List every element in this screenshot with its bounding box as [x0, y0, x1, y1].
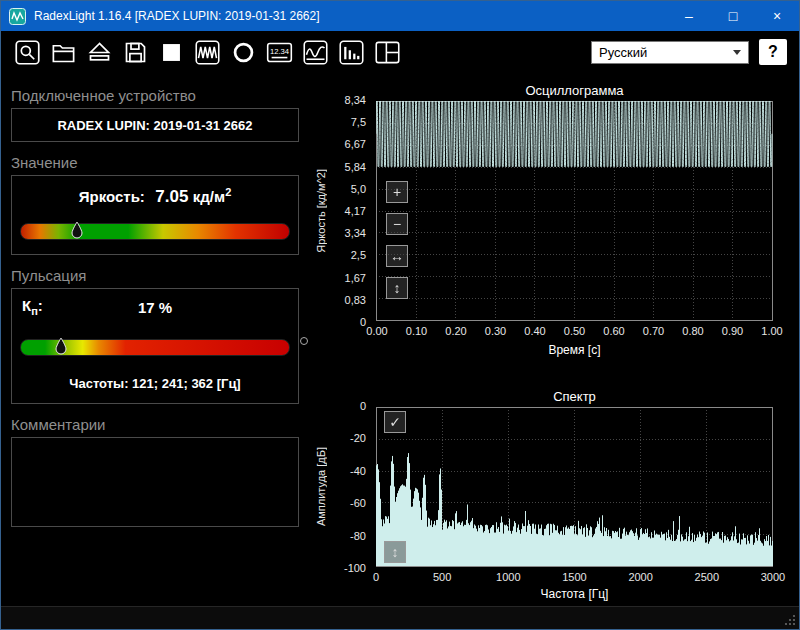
stop-measurement-button[interactable] — [155, 36, 187, 68]
tick-label: 0.60 — [600, 325, 628, 337]
oscillogram-xticks: 0.000.100.200.300.400.500.600.700.800.90… — [363, 325, 786, 337]
splitter-handle-vertical[interactable] — [300, 337, 308, 345]
brightness-value: 7.05 — [155, 187, 188, 206]
open-file-button[interactable] — [47, 36, 79, 68]
language-select[interactable]: Русский — [591, 41, 749, 64]
oscillogram-view-button[interactable] — [299, 36, 331, 68]
spectrum-view-button[interactable] — [335, 36, 367, 68]
tick-label: 0.30 — [482, 325, 510, 337]
tick-label: 2,5 — [351, 249, 366, 261]
device-name-box: RADEX LUPIN: 2019-01-31 2662 — [11, 108, 299, 142]
close-button[interactable]: × — [755, 1, 799, 31]
tick-label: -40 — [350, 465, 366, 477]
window-title: RadexLight 1.16.4 [RADEX LUPIN: 2019-01-… — [34, 9, 667, 23]
layout-view-button[interactable] — [371, 36, 403, 68]
bar-chart-icon — [338, 39, 365, 66]
frequencies-text: Частоты: 121; 241; 362 [Гц] — [12, 376, 298, 391]
chevron-down-icon — [733, 50, 741, 55]
fit-horizontal-button[interactable]: ↔ — [386, 245, 408, 267]
toolbar: 12.34 Русский ? — [1, 31, 799, 73]
smooth-wave-icon — [302, 39, 329, 66]
app-icon — [9, 7, 27, 25]
oscillogram-plot: + − ↔ ↕ — [376, 101, 773, 321]
minimize-button[interactable]: – — [667, 1, 711, 31]
brightness-reading: Яркость: 7.05 кд/м2 — [12, 186, 298, 207]
kp-scale-bar — [20, 339, 290, 356]
titlebar: RadexLight 1.16.4 [RADEX LUPIN: 2019-01-… — [1, 1, 799, 31]
tick-label: 0.50 — [561, 325, 589, 337]
panels-layout-icon — [374, 39, 401, 66]
tick-label: 0.80 — [679, 325, 707, 337]
tick-label: 500 — [422, 571, 462, 583]
dense-waveform-icon — [194, 39, 221, 66]
eject-device-button[interactable] — [83, 36, 115, 68]
auto-scale-button[interactable]: ✓ — [384, 411, 406, 433]
spectrum-title: Спектр — [376, 389, 773, 404]
tick-label: 6,67 — [345, 138, 366, 150]
language-value: Русский — [599, 45, 647, 60]
fit-vertical-button-spectrum[interactable]: ↕ — [384, 541, 406, 563]
eject-icon — [86, 39, 113, 66]
tick-label: 3,34 — [345, 227, 366, 239]
fit-vertical-button[interactable]: ↕ — [386, 277, 408, 299]
tick-label: 5,0 — [351, 183, 366, 195]
spectrum-xticks: 050010001500200025003000 — [356, 571, 793, 583]
brightness-marker-icon — [71, 222, 83, 240]
maximize-icon: □ — [729, 8, 737, 24]
tick-label: 0.90 — [719, 325, 747, 337]
tick-label: 0,83 — [345, 294, 366, 306]
digital-display-button[interactable]: 12.34 — [263, 36, 295, 68]
zoom-in-button[interactable]: + — [386, 181, 408, 203]
digits-icon-text: 12.34 — [269, 47, 289, 56]
record-waveform-button[interactable] — [191, 36, 223, 68]
tick-label: 0.00 — [363, 325, 391, 337]
pulsation-section-header: Пульсация — [11, 267, 299, 284]
maximize-button[interactable]: □ — [711, 1, 755, 31]
device-name: RADEX LUPIN: 2019-01-31 2662 — [57, 118, 252, 133]
tick-label: 0.40 — [521, 325, 549, 337]
device-section-header: Подключенное устройство — [11, 87, 299, 104]
folder-open-icon — [50, 39, 77, 66]
measure-ring-button[interactable] — [227, 36, 259, 68]
zoom-tool-button[interactable] — [11, 36, 43, 68]
tick-label: 5,84 — [345, 161, 366, 173]
save-button[interactable] — [119, 36, 151, 68]
tick-label: 1,67 — [345, 272, 366, 284]
oscillogram-title: Осциллограмма — [376, 83, 773, 98]
brightness-unit: кд/м — [193, 188, 225, 205]
stop-square-icon — [158, 39, 185, 66]
brightness-label: Яркость: — [79, 188, 145, 205]
left-panel: Подключенное устройство RADEX LUPIN: 201… — [1, 75, 309, 527]
tick-label: 1.00 — [758, 325, 786, 337]
close-icon: × — [773, 8, 781, 24]
tick-label: 0.10 — [403, 325, 431, 337]
comments-section-header: Комментарии — [11, 416, 299, 433]
value-section-header: Значение — [11, 154, 299, 171]
kp-marker-icon — [55, 338, 67, 356]
spectrum-xlabel: Частота [Гц] — [376, 587, 773, 601]
tick-label: 0 — [356, 571, 396, 583]
minimize-icon: – — [685, 8, 693, 24]
spectrum-canvas[interactable] — [376, 407, 773, 567]
zoom-out-button[interactable]: − — [386, 213, 408, 235]
value-box: Яркость: 7.05 кд/м2 — [11, 175, 299, 255]
resize-grip[interactable] — [783, 613, 796, 626]
kp-value: 17 % — [12, 299, 298, 316]
spectrum-yticks: 0-20-40-60-80-100 — [311, 400, 371, 574]
oscillogram-canvas[interactable] — [376, 101, 773, 321]
tick-label: 1500 — [554, 571, 594, 583]
brightness-scale-bar — [20, 223, 290, 240]
tick-label: 2000 — [621, 571, 661, 583]
tick-label: 0.20 — [442, 325, 470, 337]
comments-input[interactable] — [12, 438, 298, 526]
charts-area: Осциллограмма Яркость [кд/м^2] 8,347,56,… — [311, 73, 799, 609]
help-button[interactable]: ? — [759, 39, 787, 65]
tick-label: 8,34 — [345, 94, 366, 106]
tick-label: 1000 — [488, 571, 528, 583]
status-bar — [1, 606, 799, 629]
comments-box — [11, 437, 299, 527]
ring-icon — [230, 39, 257, 66]
app-window: RadexLight 1.16.4 [RADEX LUPIN: 2019-01-… — [0, 0, 800, 630]
magnifier-icon — [14, 39, 41, 66]
tick-label: 0.70 — [640, 325, 668, 337]
